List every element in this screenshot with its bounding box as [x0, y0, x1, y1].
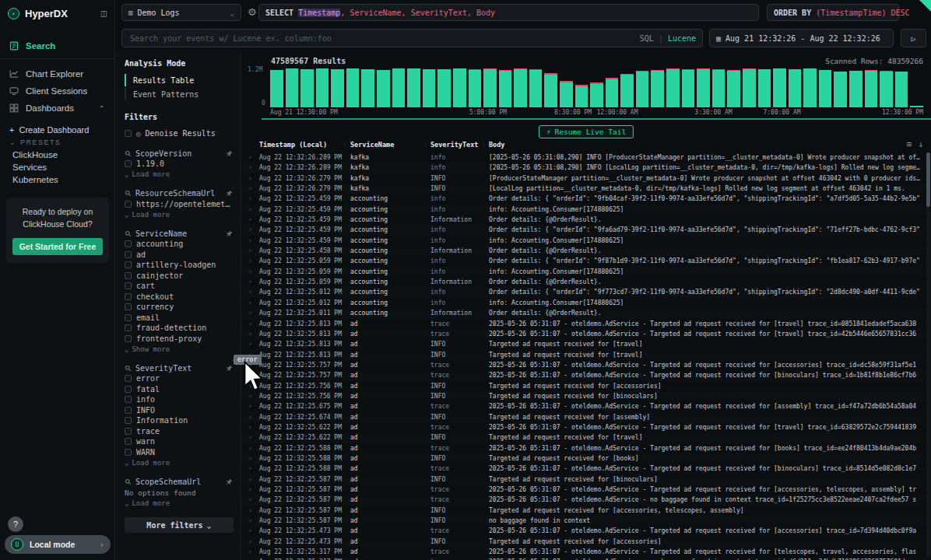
row-expand-icon[interactable]: › — [248, 256, 252, 266]
sidebar-collapse-icon[interactable]: ◫ — [101, 8, 107, 19]
row-expand-icon[interactable]: › — [248, 537, 252, 547]
filter-group-header[interactable]: ScopeSchemaUrl — [125, 476, 233, 487]
filter-option-frontend-proxy[interactable]: frontend-proxy — [125, 334, 233, 345]
filter-option-email[interactable]: email — [125, 313, 233, 324]
histogram-bar[interactable] — [606, 78, 619, 107]
checkbox[interactable] — [125, 293, 132, 300]
histogram-bar[interactable] — [529, 69, 543, 107]
row-expand-icon[interactable]: › — [248, 557, 252, 560]
run-query-button[interactable]: ▷ — [901, 29, 926, 47]
table-row[interactable]: ›Aug 22 12:32:26.279 PMkafkaINFO[Produce… — [241, 173, 925, 184]
row-expand-icon[interactable]: › — [248, 526, 252, 536]
load-more-button[interactable]: ⌄Load more — [125, 170, 233, 180]
checkbox[interactable] — [125, 428, 132, 435]
checkbox[interactable] — [125, 272, 132, 279]
checkbox[interactable] — [125, 314, 132, 321]
table-row[interactable]: ›Aug 22 12:32:25.317 PMadtrace2025-05-26… — [241, 557, 925, 560]
checkbox[interactable] — [125, 324, 132, 331]
histogram-bar[interactable] — [590, 82, 603, 107]
table-row[interactable]: ›Aug 22 12:32:25.588 PMadtrace2025-05-26… — [241, 464, 925, 474]
col-severitytext[interactable]: SeverityText — [430, 141, 478, 149]
filter-option-checkout[interactable]: checkout — [125, 292, 233, 303]
get-started-button[interactable]: Get Started for Free — [12, 238, 103, 255]
table-row[interactable]: ›Aug 22 12:32:25.012 PMaccountinginfoinf… — [241, 298, 925, 308]
table-row[interactable]: ›Aug 22 12:32:25.459 PMaccountinginfoinf… — [241, 236, 925, 246]
table-row[interactable]: ›Aug 22 12:32:26.289 PMkafkainfo[2025-05… — [241, 152, 925, 163]
row-expand-icon[interactable]: › — [248, 246, 252, 256]
filter-option-currency[interactable]: currency — [125, 302, 233, 313]
column-settings-icon[interactable]: ≡ — [907, 139, 912, 149]
histogram-bar[interactable] — [880, 71, 893, 107]
row-expand-icon[interactable]: › — [248, 267, 252, 277]
sidebar-item-client-sessions[interactable]: Client Sessions — [0, 82, 114, 100]
row-expand-icon[interactable]: › — [248, 485, 252, 495]
histogram-bar[interactable] — [331, 69, 344, 107]
lucene-toggle[interactable]: Lucene — [668, 34, 696, 43]
filter-option-info[interactable]: info — [125, 394, 233, 405]
table-row[interactable]: ›Aug 22 12:32:25.622 PMadtrace2025-05-26… — [241, 422, 925, 432]
histogram-bar[interactable] — [666, 68, 680, 107]
histogram-bar[interactable] — [682, 69, 695, 107]
filter-option-1.19.0[interactable]: 1.19.0 — [125, 159, 233, 170]
filter-group-header[interactable]: ResourceSchemaUrl — [125, 188, 233, 199]
checkbox[interactable] — [125, 407, 132, 414]
table-row[interactable]: ›Aug 22 12:32:25.059 PMaccountinginfoOrd… — [241, 256, 925, 266]
row-expand-icon[interactable]: › — [248, 516, 252, 526]
checkbox[interactable] — [125, 201, 132, 208]
row-expand-icon[interactable]: › — [248, 401, 252, 411]
local-mode-button[interactable]: U Local mode › — [5, 535, 111, 554]
histogram-bar[interactable] — [423, 69, 436, 107]
preset-clickhouse[interactable]: ClickHouse — [0, 149, 114, 161]
table-scrollbar[interactable] — [926, 152, 930, 558]
table-row[interactable]: ›Aug 22 12:32:25.813 PMadINFOTargeted ad… — [241, 339, 925, 349]
filter-option-artillery-loadgen[interactable]: artillery-loadgen — [125, 260, 233, 271]
checkbox[interactable] — [125, 396, 132, 403]
histogram-bar[interactable] — [560, 81, 573, 107]
sidebar-item-dashboards[interactable]: Dashboards ⌃ — [0, 100, 114, 117]
histogram-bar[interactable] — [270, 70, 283, 107]
table-row[interactable]: ›Aug 22 12:32:25.756 PMadINFOTargeted ad… — [241, 391, 925, 401]
histogram-bar[interactable] — [865, 70, 878, 107]
row-expand-icon[interactable]: › — [248, 173, 252, 184]
denoise-results-checkbox[interactable]: ◎ Denoise Results — [125, 128, 233, 139]
histogram-bar[interactable] — [392, 68, 406, 107]
table-row[interactable]: ›Aug 22 12:32:25.587 PMadINFOno baggage … — [241, 516, 925, 526]
column-separator[interactable]: ⁞ — [344, 141, 346, 149]
checkbox[interactable] — [125, 417, 132, 424]
table-row[interactable]: ›Aug 22 12:32:25.674 PMadINFOTargeted ad… — [241, 412, 925, 422]
source-select[interactable]: ▥ Demo Logs ⌄ — [121, 4, 241, 21]
table-row[interactable]: ›Aug 22 12:32:26.289 PMkafkainfo[2025-05… — [241, 163, 925, 173]
row-expand-icon[interactable]: › — [248, 329, 252, 339]
histogram-bar[interactable] — [712, 69, 725, 107]
checkbox[interactable] — [125, 261, 132, 268]
table-row[interactable]: ›Aug 22 12:32:25.459 PMaccountinginfoOrd… — [241, 225, 925, 235]
source-settings-gear-icon[interactable]: ⚙ — [248, 6, 257, 18]
row-expand-icon[interactable]: › — [248, 506, 252, 516]
histogram-bar[interactable] — [483, 68, 497, 107]
chevron-up-icon[interactable]: ⌃ — [99, 104, 105, 113]
event-histogram[interactable] — [270, 68, 923, 107]
pin-icon[interactable] — [226, 190, 233, 197]
histogram-bar[interactable] — [651, 70, 664, 107]
checkbox[interactable] — [125, 303, 132, 310]
histogram-bar[interactable] — [286, 68, 299, 107]
row-expand-icon[interactable]: › — [248, 287, 252, 297]
histogram-bar[interactable] — [499, 70, 512, 107]
pin-icon[interactable] — [226, 230, 233, 237]
search-input[interactable] — [128, 33, 635, 44]
row-expand-icon[interactable]: › — [248, 277, 252, 287]
presets-toggle[interactable]: ⌄ PRESETS — [0, 136, 114, 149]
row-expand-icon[interactable]: › — [248, 319, 252, 329]
row-expand-icon[interactable]: › — [248, 298, 252, 308]
histogram-bar[interactable] — [453, 68, 466, 107]
histogram-bar[interactable] — [469, 69, 482, 107]
col-body[interactable]: Body — [489, 141, 504, 149]
histogram-bar[interactable] — [346, 68, 360, 107]
checkbox[interactable] — [125, 335, 132, 342]
histogram-bar[interactable] — [300, 69, 314, 107]
histogram-bar[interactable] — [743, 68, 756, 107]
histogram-bar[interactable] — [895, 72, 908, 107]
filter-option-cart[interactable]: cart — [125, 281, 233, 292]
row-expand-icon[interactable]: › — [248, 474, 252, 485]
row-expand-icon[interactable]: › — [248, 163, 252, 173]
